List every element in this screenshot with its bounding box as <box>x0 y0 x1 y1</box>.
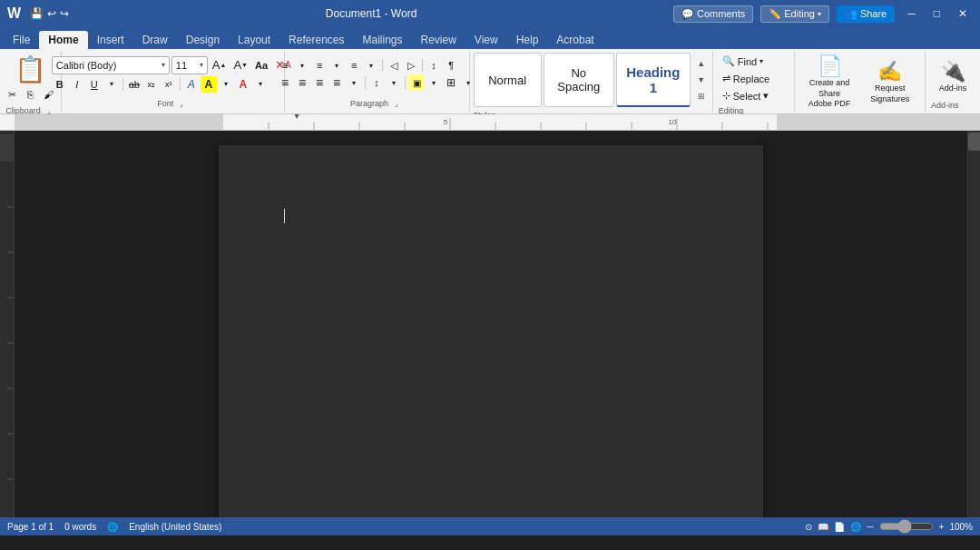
tab-draw[interactable]: Draw <box>133 31 177 49</box>
underline-arrow-icon[interactable]: ▾ <box>103 76 120 93</box>
subscript-button[interactable]: x₂ <box>143 76 160 93</box>
word-icon: W <box>7 5 21 22</box>
language-label[interactable]: English (United States) <box>129 522 221 532</box>
borders-button[interactable]: ⊞ <box>443 74 459 91</box>
strikethrough-button[interactable]: ab <box>126 76 142 93</box>
grow-font-button[interactable]: A▲ <box>210 57 230 74</box>
align-center-button[interactable]: ≡ <box>294 74 310 91</box>
document-page[interactable] <box>219 145 763 517</box>
font-expand-icon[interactable]: ⌟ <box>175 97 188 110</box>
text-highlight-button[interactable]: A <box>201 76 217 93</box>
styles-list: Normal No Spacing Heading 1 <box>474 53 691 107</box>
shading-arrow-icon[interactable]: ▾ <box>426 74 442 91</box>
style-no-spacing[interactable]: No Spacing <box>544 53 614 107</box>
tab-review[interactable]: Review <box>412 31 466 49</box>
cut-button[interactable]: ✂ <box>5 86 21 103</box>
svg-rect-2 <box>223 114 777 130</box>
undo-icon[interactable]: ↩ <box>47 7 56 20</box>
create-share-pdf-button[interactable]: 📄 Create and Share Adobe PDF <box>800 53 859 112</box>
highlight-arrow-icon[interactable]: ▾ <box>218 76 234 93</box>
focus-icon[interactable]: ⊙ <box>805 522 812 532</box>
paste-button[interactable]: 📋 <box>11 53 50 86</box>
linespace-arrow-icon[interactable]: ▾ <box>386 74 402 91</box>
multilevel-list-button[interactable]: ≡ <box>346 57 362 74</box>
font-size-selector[interactable]: 11 ▾ <box>172 56 208 74</box>
font-name-selector[interactable]: Calibri (Body) ▾ <box>52 56 170 74</box>
minimize-icon[interactable]: ─ <box>902 7 921 20</box>
text-effects-button[interactable]: A <box>183 76 200 93</box>
font-label: Font ⌟ <box>157 97 188 110</box>
decrease-indent-button[interactable]: ◁ <box>386 57 402 74</box>
zoom-in-icon[interactable]: + <box>939 522 945 532</box>
tab-acrobat[interactable]: Acrobat <box>547 31 603 49</box>
editing-button[interactable]: ✏️ Editing ▾ <box>760 5 829 23</box>
zoom-slider[interactable] <box>879 519 934 534</box>
para-sep-2 <box>422 59 423 72</box>
styles-scroll-down-button[interactable]: ▼ <box>694 73 709 87</box>
bullets-button[interactable]: ≡ <box>277 57 293 74</box>
align-arrow-icon[interactable]: ▾ <box>346 74 362 91</box>
vertical-ruler <box>0 131 15 517</box>
tab-help[interactable]: Help <box>507 31 548 49</box>
read-view-icon[interactable]: 📖 <box>818 522 828 532</box>
numbering-button[interactable]: ≡ <box>311 57 328 74</box>
superscript-button[interactable]: x² <box>161 76 177 93</box>
print-layout-icon[interactable]: 📄 <box>834 522 845 532</box>
page-info[interactable]: Page 1 of 1 <box>7 522 54 532</box>
change-case-button[interactable]: Aa <box>252 57 270 74</box>
sort-button[interactable]: ↕ <box>426 57 442 74</box>
language-icon: 🌐 <box>107 522 118 532</box>
zoom-level[interactable]: 100% <box>949 522 973 532</box>
save-icon[interactable]: 💾 <box>30 7 44 20</box>
line-spacing-button[interactable]: ↕ <box>368 74 385 91</box>
shading-button[interactable]: ▣ <box>408 74 425 91</box>
ribbon: 📋 ✂ ⎘ 🖌 Clipboard ⌟ Calibri (Body) ▾ <box>0 49 980 114</box>
maximize-icon[interactable]: □ <box>928 7 946 20</box>
bullets-arrow-icon[interactable]: ▾ <box>294 57 310 74</box>
italic-button[interactable]: I <box>69 76 85 93</box>
horizontal-ruler: 5 10 <box>0 114 980 131</box>
style-normal[interactable]: Normal <box>474 53 542 107</box>
shrink-font-button[interactable]: A▼ <box>230 57 250 74</box>
tab-references[interactable]: References <box>279 31 353 49</box>
web-layout-icon[interactable]: 🌐 <box>850 522 861 532</box>
styles-expand-button[interactable]: ⊞ <box>694 89 709 103</box>
show-marks-button[interactable]: ¶ <box>443 57 459 74</box>
share-button[interactable]: 👥 Share <box>837 5 895 23</box>
request-signatures-button[interactable]: ✍ Request Signatures <box>860 53 919 112</box>
addins-button[interactable]: 🔌 Add-ins <box>931 53 975 99</box>
style-heading1[interactable]: Heading 1 <box>616 53 691 107</box>
numbering-arrow-icon[interactable]: ▾ <box>328 57 345 74</box>
comments-icon: 💬 <box>681 8 694 20</box>
find-button[interactable]: 🔍 Find ▾ <box>719 54 767 69</box>
document-scroll-area[interactable] <box>15 131 967 517</box>
font-color-arrow-icon[interactable]: ▾ <box>252 76 269 93</box>
underline-button[interactable]: U <box>86 76 103 93</box>
align-right-button[interactable]: ≡ <box>311 74 328 91</box>
select-button[interactable]: ⊹ Select ▾ <box>719 88 773 103</box>
align-left-button[interactable]: ≡ <box>277 74 293 91</box>
bold-button[interactable]: B <box>52 76 68 93</box>
styles-scroll-up-button[interactable]: ▲ <box>694 56 709 71</box>
comments-button[interactable]: 💬 Comments <box>673 5 753 23</box>
tab-layout[interactable]: Layout <box>229 31 279 49</box>
word-count[interactable]: 0 words <box>64 522 96 532</box>
tab-insert[interactable]: Insert <box>88 31 133 49</box>
zoom-out-icon[interactable]: ─ <box>867 522 873 532</box>
replace-button[interactable]: ⇌ Replace <box>719 71 773 86</box>
tab-mailings[interactable]: Mailings <box>353 31 411 49</box>
copy-button[interactable]: ⎘ <box>23 86 39 103</box>
tab-design[interactable]: Design <box>177 31 229 49</box>
tab-view[interactable]: View <box>466 31 507 49</box>
vertical-scrollbar[interactable] <box>967 131 980 517</box>
redo-icon[interactable]: ↪ <box>60 7 69 20</box>
increase-indent-button[interactable]: ▷ <box>403 57 419 74</box>
font-color-button[interactable]: A <box>235 76 251 93</box>
justify-button[interactable]: ≡ <box>328 74 345 91</box>
close-icon[interactable]: ✕ <box>953 7 973 20</box>
tab-home[interactable]: Home <box>39 31 87 49</box>
tab-file[interactable]: File <box>4 31 39 49</box>
paragraph-expand-icon[interactable]: ⌟ <box>390 97 403 110</box>
scrollbar-thumb[interactable] <box>968 133 980 151</box>
multilevel-arrow-icon[interactable]: ▾ <box>363 57 379 74</box>
